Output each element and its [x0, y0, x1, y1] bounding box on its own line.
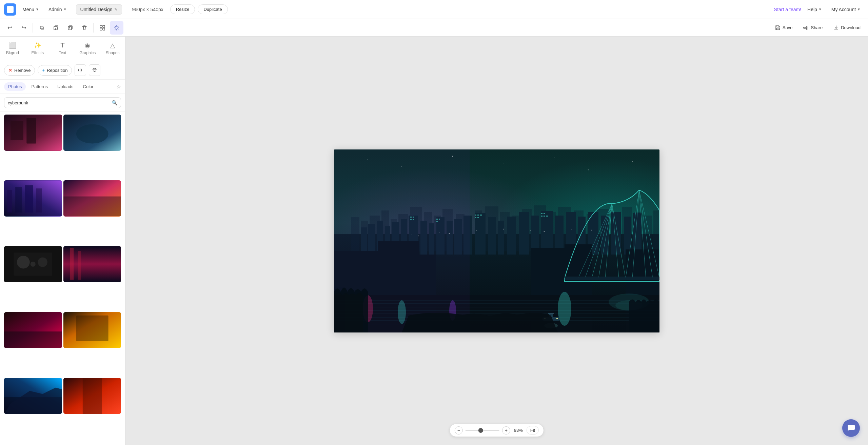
remove-button[interactable]: ✕ Remove [4, 65, 35, 76]
fit-button[interactable]: Fit [527, 426, 539, 434]
svg-point-10 [76, 124, 108, 144]
svg-rect-5 [103, 28, 105, 30]
nav-separator [73, 5, 73, 14]
svg-point-165 [439, 232, 439, 233]
photo-tabs: Photos Patterns Uploads Color ☆ [0, 80, 125, 94]
svg-rect-14 [25, 185, 33, 213]
svg-rect-71 [643, 216, 652, 251]
photo-item[interactable] [4, 246, 62, 282]
flip-h-button[interactable] [75, 64, 86, 76]
svg-rect-100 [633, 213, 642, 255]
photo-item[interactable] [63, 115, 121, 151]
svg-rect-108 [475, 215, 476, 216]
grid-button[interactable] [96, 21, 109, 35]
menu-button[interactable]: Menu ▼ [19, 5, 42, 14]
resize-button[interactable]: Resize [170, 4, 195, 14]
svg-point-168 [503, 228, 504, 229]
layer-up-button[interactable] [63, 21, 77, 35]
copy-button[interactable]: ⧉ [35, 21, 48, 35]
undo-button[interactable]: ↩ [3, 21, 16, 35]
toolbar-right: Save Share Download [770, 23, 865, 33]
zoom-in-button[interactable]: + [502, 426, 510, 434]
svg-point-41 [554, 158, 555, 158]
photo-item[interactable] [63, 378, 121, 414]
chat-bubble[interactable] [842, 419, 860, 437]
svg-point-43 [632, 161, 633, 162]
photo-item[interactable] [4, 115, 62, 151]
layer-down-button[interactable] [49, 21, 63, 35]
photo-item[interactable] [4, 312, 62, 348]
secondary-toolbar: ↩ ↪ ⧉ Save Share Download [0, 19, 868, 37]
canvas-size: 960px × 540px [128, 5, 167, 14]
svg-rect-25 [78, 251, 81, 280]
svg-rect-3 [103, 25, 105, 27]
my-account-button[interactable]: My Account ▼ [828, 5, 864, 14]
photo-item[interactable] [63, 180, 121, 217]
download-button[interactable]: Download [829, 23, 865, 33]
admin-button[interactable]: Admin ▼ [45, 5, 70, 14]
svg-rect-88 [498, 221, 504, 255]
svg-point-167 [476, 230, 477, 231]
sidebar-tab-shapes[interactable]: △ Shapes [100, 37, 125, 61]
search-input-wrap: 🔍 [4, 97, 121, 108]
save-button[interactable]: Save [770, 23, 797, 33]
redo-button[interactable]: ↪ [17, 21, 31, 35]
left-sidebar: ⬜ Bkgrnd ✨ Effects T Text ◉ Graphics △ S… [0, 37, 125, 445]
svg-rect-8 [26, 118, 36, 144]
reposition-button[interactable]: + Reposition [38, 65, 72, 76]
svg-rect-90 [519, 212, 529, 255]
uploads-tab[interactable]: Uploads [53, 82, 78, 91]
svg-rect-17 [63, 197, 121, 217]
svg-rect-12 [7, 190, 12, 213]
flip-v-button[interactable] [89, 64, 100, 76]
photo-item[interactable] [4, 378, 62, 414]
svg-rect-13 [15, 187, 22, 213]
chat-bubble-icon [847, 424, 855, 432]
zoom-out-button[interactable]: − [455, 426, 463, 434]
svg-point-21 [17, 256, 30, 269]
sidebar-tab-effects[interactable]: ✨ Effects [25, 37, 50, 61]
svg-rect-156 [548, 313, 554, 314]
svg-rect-15 [36, 188, 42, 213]
photo-item[interactable] [4, 180, 62, 217]
nav-separator-2 [125, 5, 125, 14]
search-input[interactable] [8, 100, 109, 105]
svg-point-163 [412, 234, 412, 235]
canvas-image[interactable] [334, 149, 659, 332]
svg-rect-114 [544, 213, 545, 214]
help-button[interactable]: Help ▼ [804, 5, 825, 14]
svg-rect-2 [100, 25, 102, 27]
duplicate-button[interactable]: Duplicate [198, 4, 228, 14]
svg-rect-117 [546, 216, 548, 217]
svg-rect-112 [477, 217, 479, 218]
svg-point-169 [530, 230, 531, 231]
svg-rect-29 [76, 315, 108, 341]
svg-point-42 [588, 169, 589, 170]
zoom-bar: − + 93% Fit [450, 424, 544, 437]
svg-rect-24 [70, 248, 73, 280]
start-team-button[interactable]: Start a team! [774, 7, 801, 12]
app-logo[interactable] [4, 3, 16, 16]
design-title[interactable]: Untitled Design ✎ [76, 4, 122, 15]
sidebar-tab-text[interactable]: T Text [50, 37, 75, 61]
zoom-percentage: 93% [513, 428, 524, 433]
photo-item[interactable] [63, 246, 121, 282]
search-container: 🔍 [0, 94, 125, 112]
patterns-tab[interactable]: Patterns [27, 82, 52, 91]
zoom-slider[interactable] [466, 430, 499, 431]
main-content: ⬜ Bkgrnd ✨ Effects T Text ◉ Graphics △ S… [0, 37, 868, 445]
svg-rect-27 [4, 331, 62, 348]
magic-button[interactable] [110, 21, 123, 35]
search-icon[interactable]: 🔍 [112, 100, 117, 105]
svg-rect-97 [601, 216, 609, 255]
delete-button[interactable] [78, 21, 91, 35]
canvas-area: − + 93% Fit [125, 37, 868, 445]
color-tab[interactable]: Color [79, 82, 98, 91]
photo-item[interactable] [63, 312, 121, 348]
photos-tab[interactable]: Photos [4, 82, 26, 91]
sidebar-tab-graphics[interactable]: ◉ Graphics [75, 37, 100, 61]
sidebar-tab-bkgrnd[interactable]: ⬜ Bkgrnd [0, 37, 25, 61]
share-button[interactable]: Share [798, 23, 827, 33]
favorites-button[interactable]: ☆ [116, 83, 121, 90]
svg-rect-87 [488, 217, 496, 255]
